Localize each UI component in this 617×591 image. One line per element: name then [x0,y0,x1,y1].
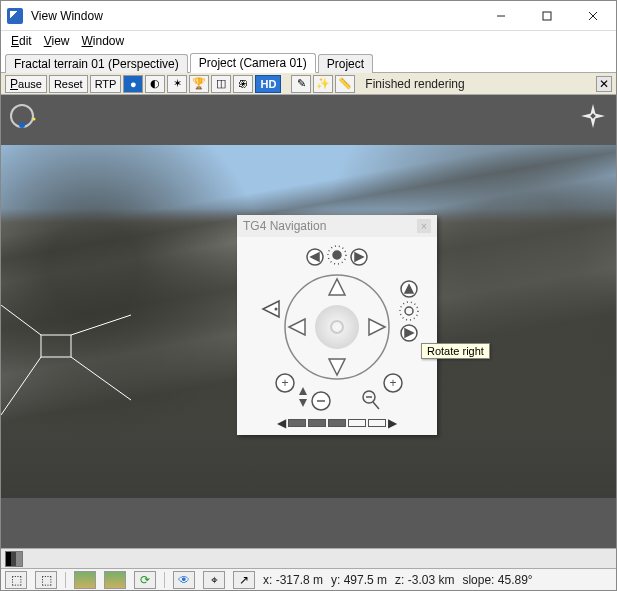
eye-icon[interactable]: 👁 [173,571,195,589]
close-button[interactable] [570,1,616,31]
nav-move-back[interactable] [329,359,345,375]
svg-line-40 [373,402,379,409]
speed-increase-icon[interactable]: ▶ [388,416,397,430]
nav-body: + + [237,237,437,413]
coord-y: y: 497.5 m [331,573,387,587]
svg-point-10 [19,122,25,128]
speed-cell[interactable] [348,419,366,427]
layer-2-icon[interactable] [104,571,126,589]
menu-edit[interactable]: Edit [7,33,36,49]
nav-move-right[interactable] [369,319,385,335]
coord-z: z: -3.03 km [395,573,454,587]
svg-marker-18 [581,113,593,116]
menu-window[interactable]: Window [78,33,129,49]
title-bar: View Window [1,1,616,31]
window-title: View Window [31,9,103,23]
reset-button[interactable]: Reset [49,75,88,93]
tab-project[interactable]: Project [318,54,373,73]
speed-cell[interactable] [328,419,346,427]
wand-icon[interactable]: ✨ [313,75,333,93]
toolbar-close-icon[interactable]: ✕ [596,76,612,92]
coord-x: x: -317.8 m [263,573,323,587]
svg-text:+: + [281,376,288,390]
speed-cell[interactable] [368,419,386,427]
tab-row: Fractal terrain 01 (Perspective) Project… [1,51,616,73]
camera-wireframe [1,305,131,415]
svg-rect-4 [41,335,71,357]
layer-1-icon[interactable] [74,571,96,589]
menu-view[interactable]: View [40,33,74,49]
bracket-icon[interactable]: ◫ [211,75,231,93]
menu-bar: Edit View Window [1,31,616,51]
svg-text:+: + [389,376,396,390]
nav-move-forward[interactable] [329,279,345,295]
svg-marker-19 [581,116,593,119]
tab-fractal-terrain[interactable]: Fractal terrain 01 (Perspective) [5,54,188,73]
svg-rect-1 [543,12,551,20]
svg-point-32 [405,307,413,315]
status-bar: ⬚ ⬚ ⟳ 👁 ⌖ ↗ x: -317.8 m y: 497.5 m z: -3… [1,568,616,590]
speed-cell[interactable] [308,419,326,427]
brush-icon[interactable]: ✎ [291,75,311,93]
svg-point-33 [400,302,418,320]
ruler-icon[interactable]: 📏 [335,75,355,93]
tab-project-camera[interactable]: Project (Camera 01) [190,53,316,73]
orientation-gizmo[interactable] [7,101,37,134]
swirl-icon[interactable]: ֍ [233,75,253,93]
maximize-button[interactable] [524,1,570,31]
svg-marker-36 [299,387,307,395]
svg-point-21 [315,305,359,349]
svg-marker-17 [593,116,596,128]
terrain-preset-1-icon[interactable]: ⬚ [5,571,27,589]
svg-line-6 [71,315,131,335]
svg-line-7 [1,357,41,415]
coord-slope: slope: 45.89° [462,573,532,587]
nav-gear-icon[interactable] [400,302,418,320]
render-status: Finished rendering [365,77,464,91]
globe-icon[interactable]: ● [123,75,143,93]
nav-close-icon[interactable]: × [417,219,431,233]
compass-icon[interactable] [580,103,606,132]
navigation-widget[interactable]: TG4 Navigation × [237,215,437,435]
svg-point-25 [333,251,341,259]
sun-icon[interactable] [328,246,346,264]
viewport[interactable]: TG4 Navigation × [1,95,616,548]
nav-speed-bar[interactable]: ◀ ▶ [237,413,437,433]
refresh-icon[interactable]: ⟳ [134,571,156,589]
stars-icon[interactable]: ✶ [167,75,187,93]
trophy-icon[interactable]: 🏆 [189,75,209,93]
pause-button[interactable]: Pause [5,75,47,93]
render-toolbar: Pause Reset RTP ● ◐ ✶ 🏆 ◫ ֍ HD ✎ ✨ 📏 Fin… [1,73,616,95]
histogram-bar [1,548,616,568]
sphere-icon[interactable]: ◐ [145,75,165,93]
nav-vertical-icon[interactable] [299,387,307,407]
histogram-icon[interactable] [5,551,23,567]
svg-point-30 [275,308,278,311]
app-icon [7,8,23,24]
svg-line-8 [71,357,131,400]
svg-marker-37 [299,399,307,407]
svg-point-11 [33,118,36,121]
minimize-button[interactable] [478,1,524,31]
nav-header[interactable]: TG4 Navigation × [237,215,437,237]
rtp-button[interactable]: RTP [90,75,122,93]
nav-magnify-icon[interactable] [363,391,379,409]
speed-decrease-icon[interactable]: ◀ [277,416,286,430]
hd-button[interactable]: HD [255,75,281,93]
arrow-tool-icon[interactable]: ↗ [233,571,255,589]
nav-title: TG4 Navigation [243,219,326,233]
terrain-preset-2-icon[interactable]: ⬚ [35,571,57,589]
nav-reset-heading-icon[interactable] [263,301,279,317]
nav-move-left[interactable] [289,319,305,335]
svg-marker-15 [593,113,605,116]
svg-line-5 [1,305,41,335]
speed-cell[interactable] [288,419,306,427]
tooltip: Rotate right [421,343,490,359]
crop-icon[interactable]: ⌖ [203,571,225,589]
